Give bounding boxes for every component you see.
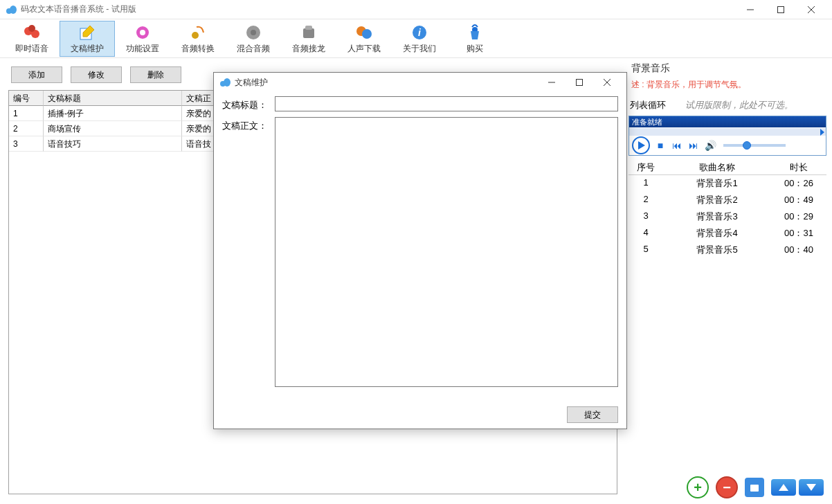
toolbar-mix-audio[interactable]: 混合音频 xyxy=(226,21,281,57)
toolbar-instant-voice[interactable]: 即时语音 xyxy=(4,21,60,57)
download-icon xyxy=(354,24,374,42)
svg-point-27 xyxy=(224,78,230,87)
toolbar-label: 音频转换 xyxy=(181,43,215,55)
next-button[interactable]: ⏭ xyxy=(687,140,700,151)
prev-button[interactable]: ⏮ xyxy=(671,140,683,151)
dialog-maximize-button[interactable] xyxy=(566,73,593,92)
dialog-minimize-button[interactable] xyxy=(538,73,566,92)
dialog-titlebar[interactable]: 文稿维护 xyxy=(214,73,626,92)
toolbar-label: 即时语音 xyxy=(15,43,48,55)
svg-rect-29 xyxy=(577,80,583,86)
about-icon: i xyxy=(410,24,429,42)
bgm-loop-label: 列表循环 xyxy=(630,99,666,111)
dialog-body-label: 文稿正文： xyxy=(222,117,272,132)
bgm-action-row: + − xyxy=(687,476,824,498)
delete-button[interactable]: 删除 xyxy=(130,66,181,83)
main-titlebar: 码农文本语音播音系统 - 试用版 xyxy=(0,0,832,19)
move-down-button[interactable] xyxy=(799,479,824,496)
song-row[interactable]: 4背景音乐400：31 xyxy=(628,225,826,242)
dialog-title-label: 文稿标题： xyxy=(222,96,272,111)
toolbar-about[interactable]: i 关于我们 xyxy=(392,21,447,57)
convert-icon xyxy=(188,24,208,42)
mix-icon xyxy=(244,24,263,42)
maximize-button[interactable] xyxy=(766,0,796,19)
toolbar-label: 音频接龙 xyxy=(292,43,325,55)
toolbar-settings[interactable]: 功能设置 xyxy=(115,21,170,57)
svg-rect-23 xyxy=(750,485,759,492)
submit-button[interactable]: 提交 xyxy=(567,406,618,423)
song-table-header: 序号 歌曲名称 时长 xyxy=(628,159,826,175)
dialog-title: 文稿维护 xyxy=(235,77,268,89)
song-row[interactable]: 1背景音乐100：26 xyxy=(628,175,826,192)
col-header-id[interactable]: 编号 xyxy=(9,91,44,106)
toolbar-label: 关于我们 xyxy=(403,43,436,55)
toolbar-audio-chain[interactable]: 音频接龙 xyxy=(281,21,336,57)
main-toolbar: 即时语音 文稿维护 功能设置 音频转换 混合音频 音频接龙 人声下载 i 关于我… xyxy=(0,19,832,58)
gear-icon xyxy=(133,24,152,42)
svg-point-14 xyxy=(251,30,256,35)
doc-edit-dialog: 文稿维护 文稿标题： 文稿正文： 提交 xyxy=(213,72,627,429)
toolbar-buy[interactable]: 购买 xyxy=(447,21,503,57)
play-button[interactable] xyxy=(632,136,650,154)
app-icon xyxy=(219,78,230,87)
window-title: 码农文本语音播音系统 - 试用版 xyxy=(21,3,136,15)
chain-icon xyxy=(299,24,318,42)
song-list: 1背景音乐100：26 2背景音乐200：49 3背景音乐300：29 4背景音… xyxy=(628,175,826,258)
toolbar-doc-maintain[interactable]: 文稿维护 xyxy=(60,21,115,57)
move-up-button[interactable] xyxy=(771,479,796,496)
volume-slider[interactable] xyxy=(723,144,786,147)
svg-point-12 xyxy=(192,32,199,39)
svg-marker-25 xyxy=(806,484,816,491)
buy-icon xyxy=(465,24,485,42)
doc-body-textarea[interactable] xyxy=(275,117,618,387)
toolbar-label: 购买 xyxy=(467,43,483,55)
stop-button[interactable]: ■ xyxy=(654,140,667,151)
col-header-name: 歌曲名称 xyxy=(663,159,771,174)
svg-marker-22 xyxy=(638,141,645,150)
bgm-folder-button[interactable] xyxy=(745,478,764,497)
right-panel: 背景音乐 述 : 背景音乐，用于调节气氛。 列表循环 试用版限制，此处不可选。 … xyxy=(628,58,832,504)
bgm-add-button[interactable]: + xyxy=(687,476,709,498)
close-button[interactable] xyxy=(796,0,826,19)
bgm-title: 背景音乐 xyxy=(628,61,826,78)
col-header-index: 序号 xyxy=(628,159,663,174)
toolbar-label: 功能设置 xyxy=(126,43,159,55)
svg-rect-16 xyxy=(305,26,312,30)
song-row[interactable]: 5背景音乐500：40 xyxy=(628,242,826,258)
voice-icon xyxy=(22,24,42,42)
toolbar-label: 混合音频 xyxy=(237,43,270,55)
doc-icon xyxy=(78,24,97,42)
svg-point-11 xyxy=(140,30,145,35)
col-header-duration: 时长 xyxy=(771,159,826,174)
svg-rect-15 xyxy=(303,28,314,38)
song-row[interactable]: 2背景音乐200：49 xyxy=(628,192,826,208)
edit-button[interactable]: 修改 xyxy=(71,66,122,83)
bgm-desc: 述 : 背景音乐，用于调节气氛。 xyxy=(628,78,826,98)
bgm-remove-button[interactable]: − xyxy=(716,476,738,498)
toolbar-voice-download[interactable]: 人声下载 xyxy=(336,21,392,57)
audio-player: 准备就绪 ■ ⏮ ⏭ 🔊 xyxy=(628,116,826,156)
volume-icon[interactable]: 🔊 xyxy=(704,140,716,151)
toolbar-label: 人声下载 xyxy=(347,43,381,55)
svg-point-18 xyxy=(362,29,372,39)
svg-point-8 xyxy=(28,25,35,32)
player-progress[interactable] xyxy=(629,127,826,136)
svg-rect-3 xyxy=(778,6,784,12)
svg-point-1 xyxy=(10,6,17,14)
dialog-close-button[interactable] xyxy=(593,73,621,92)
bgm-trial-note: 试用版限制，此处不可选。 xyxy=(685,99,793,111)
add-button[interactable]: 添加 xyxy=(11,66,62,83)
minimize-button[interactable] xyxy=(735,0,766,19)
app-icon xyxy=(6,5,17,15)
toolbar-label: 文稿维护 xyxy=(71,43,104,55)
svg-marker-24 xyxy=(779,484,788,491)
player-status: 准备就绪 xyxy=(629,116,826,127)
col-header-title[interactable]: 文稿标题 xyxy=(44,91,182,106)
doc-title-input[interactable] xyxy=(275,96,618,111)
song-row[interactable]: 3背景音乐300：29 xyxy=(628,208,826,225)
toolbar-audio-convert[interactable]: 音频转换 xyxy=(170,21,226,57)
